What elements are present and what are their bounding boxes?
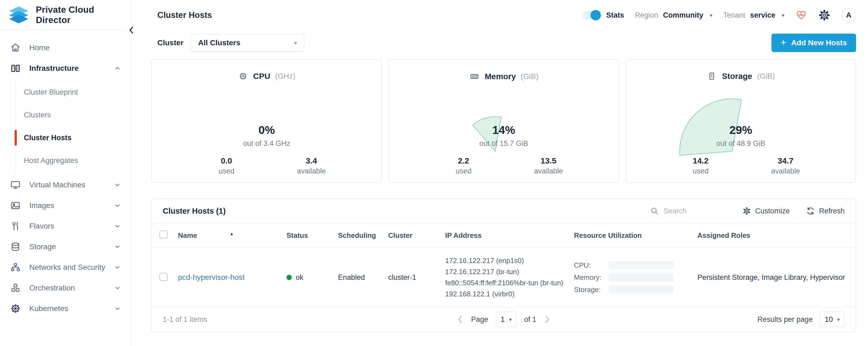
tenant-value[interactable]: service	[750, 11, 775, 20]
page-controls: Page 1 ▾ of 1	[457, 312, 551, 327]
orchestration-icon	[9, 282, 22, 294]
column-header-name[interactable]: Name▲	[178, 223, 286, 248]
storage-available: 34.7 available	[771, 156, 800, 176]
sidebar-nav: Home Infrastructure Cluster Blueprint Cl…	[0, 30, 131, 319]
region-label: Region	[635, 11, 658, 20]
next-page-button[interactable]	[544, 315, 551, 324]
memory-available: 13.5 available	[534, 156, 563, 176]
storage-card-title: Storage (GiB)	[626, 71, 856, 81]
sidebar-item-cluster-hosts[interactable]: Cluster Hosts	[0, 126, 131, 149]
stats-label: Stats	[606, 11, 624, 20]
cpu-used: 0.0 used	[219, 156, 235, 176]
page-number-select[interactable]: 1 ▾	[496, 312, 517, 327]
cpu-card-title: CPU (GHz)	[152, 71, 381, 81]
pagination-bar: 1-1 of 1 items Page 1 ▾ of 1	[152, 307, 856, 332]
resource-utilization: CPU: Memory: Storage:	[574, 261, 695, 294]
ip-address: 172.16.122.217 (br-tun)	[445, 266, 571, 277]
sidebar-item-label: Kubernetes	[29, 304, 68, 313]
sidebar-item-infrastructure[interactable]: Infrastructure	[0, 58, 131, 78]
home-icon	[9, 42, 22, 54]
customize-button[interactable]: Customize	[742, 206, 790, 216]
page-of-total: of 1	[524, 315, 536, 324]
region-selector: Region Community ▾	[635, 11, 713, 20]
memory-card: Memory (GiB) 14% out of 15.7 GiB 2.2 use…	[389, 59, 619, 183]
caret-down-icon: ▾	[837, 316, 840, 323]
host-name-link[interactable]: pcd-hypervisor-host	[178, 273, 245, 281]
memory-percent: 14%	[389, 124, 618, 137]
cluster-filter-label: Cluster	[157, 38, 183, 47]
cluster-filter-select[interactable]: All Clusters ▾	[190, 34, 304, 52]
sidebar-item-label: Virtual Machines	[29, 181, 85, 189]
caret-down-icon: ▾	[294, 40, 297, 46]
column-header-status[interactable]: Status	[286, 223, 338, 248]
sidebar-item-images[interactable]: Images	[0, 195, 131, 216]
table-row: pcd-hypervisor-host ok Enabled cluster-1…	[152, 248, 856, 307]
region-value[interactable]: Community	[663, 11, 703, 20]
storage-disk-icon	[707, 71, 717, 81]
ip-address-list: 172.16.122.217 (enp1s0) 172.16.122.217 (…	[445, 255, 571, 300]
storage-used: 14.2 used	[693, 156, 709, 176]
sidebar-item-clusters[interactable]: Clusters	[0, 103, 131, 126]
flavors-icon	[9, 220, 22, 232]
settings-gear-icon[interactable]	[818, 9, 831, 22]
add-new-hosts-button[interactable]: + Add New Hosts	[771, 34, 856, 52]
infrastructure-subnav: Cluster Blueprint Clusters Cluster Hosts…	[0, 78, 131, 175]
search-icon	[650, 206, 659, 216]
caret-down-icon: ▾	[782, 12, 784, 19]
chevron-down-icon	[114, 284, 121, 291]
chevron-down-icon	[114, 181, 121, 188]
cpu-percent: 0%	[152, 124, 381, 137]
user-avatar[interactable]: A	[841, 8, 856, 23]
brand-title: Private Cloud Director	[36, 5, 131, 25]
brand-logo-icon	[8, 6, 30, 24]
sidebar-collapse-button[interactable]	[126, 24, 137, 36]
column-header-scheduling[interactable]: Scheduling	[338, 223, 388, 248]
cpu-stat: 0% out of 3.4 GHz	[152, 124, 381, 148]
sidebar-item-home[interactable]: Home	[0, 37, 131, 58]
sort-ascending-icon[interactable]: ▲	[230, 231, 234, 236]
sidebar-item-flavors[interactable]: Flavors	[0, 216, 131, 237]
caret-down-icon: ▾	[509, 316, 512, 323]
select-all-checkbox[interactable]	[159, 230, 167, 239]
table-header-bar: Cluster Hosts (1) Customize	[152, 199, 856, 223]
cluster-hosts-table: Name▲ Status Scheduling Cluster IP Addre…	[152, 223, 856, 307]
summary-cards: CPU (GHz) 0% out of 3.4 GHz 0.0 used 3.4…	[151, 59, 856, 183]
sidebar-item-label: Home	[29, 43, 50, 52]
scheduling-value: Enabled	[338, 273, 365, 281]
toggle-knob	[590, 10, 601, 20]
main-content: Cluster Hosts Stats Region Community ▾ T…	[132, 0, 868, 346]
column-header-ip-address[interactable]: IP Address	[445, 223, 574, 248]
refresh-button[interactable]: Refresh	[806, 206, 845, 216]
sidebar-item-cluster-blueprint[interactable]: Cluster Blueprint	[0, 81, 131, 103]
column-header-cluster[interactable]: Cluster	[388, 223, 445, 248]
search-input[interactable]	[663, 207, 726, 215]
column-header-resource-utilization[interactable]: Resource Utilization	[574, 223, 698, 248]
sidebar: Private Cloud Director Home Infrastructu…	[0, 0, 132, 346]
previous-page-button[interactable]	[457, 315, 464, 324]
chevron-up-icon	[114, 65, 121, 72]
items-count: 1-1 of 1 items	[163, 315, 457, 324]
memory-stat: 14% out of 15.7 GiB	[389, 124, 618, 148]
sidebar-item-host-aggregates[interactable]: Host Aggregates	[0, 149, 131, 172]
sidebar-item-virtual-machines[interactable]: Virtual Machines	[0, 175, 131, 195]
table-header-row: Name▲ Status Scheduling Cluster IP Addre…	[152, 223, 856, 248]
column-header-assigned-roles[interactable]: Assigned Roles	[698, 223, 856, 248]
table-title: Cluster Hosts (1)	[163, 207, 226, 216]
storage-card: Storage (GiB) 29% out of 48.9 GiB 14.2 u…	[625, 59, 856, 183]
stats-toggle[interactable]	[582, 11, 601, 19]
customize-gear-icon	[742, 206, 751, 216]
storage-percent: 29%	[626, 124, 856, 137]
sidebar-item-label: Images	[29, 201, 54, 210]
storage-utilization-bar	[609, 286, 674, 294]
row-checkbox[interactable]	[159, 273, 167, 281]
health-heartbeat-icon[interactable]	[795, 9, 807, 21]
refresh-icon	[806, 206, 815, 216]
results-per-page-select[interactable]: 10 ▾	[820, 312, 845, 327]
cluster-value: cluster-1	[388, 273, 416, 281]
ip-address: 172.16.122.217 (enp1s0)	[445, 255, 571, 266]
cpu-chip-icon	[238, 71, 248, 81]
sidebar-item-orchestration[interactable]: Orchestration	[0, 278, 131, 298]
sidebar-item-kubernetes[interactable]: Kubernetes	[0, 298, 131, 319]
sidebar-item-storage[interactable]: Storage	[0, 237, 131, 257]
sidebar-item-networks-and-security[interactable]: Networks and Security	[0, 257, 131, 278]
